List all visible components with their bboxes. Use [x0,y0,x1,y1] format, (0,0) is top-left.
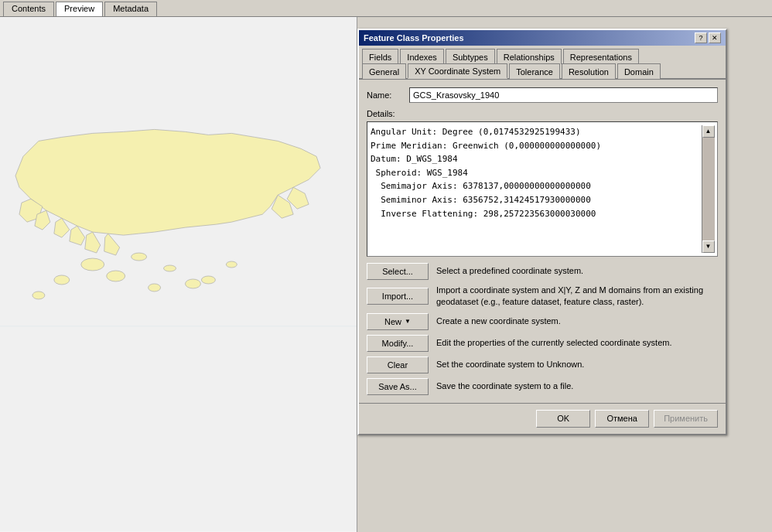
saveas-desc: Save the coordinate system to a file. [436,380,718,392]
tab-indexes[interactable]: Indexes [400,49,444,64]
dialog-tabs-row1: Fields Indexes Subtypes Relationships Re… [362,49,722,63]
action-row-select: Select... Select a predefined coordinate… [367,263,718,280]
dialog-titlebar: Feature Class Properties ? ✕ [359,30,726,46]
dialog-help-button[interactable]: ? [695,32,707,43]
details-text: Angular Unit: Degree (0,0174532925199433… [371,125,702,253]
modify-desc: Edit the properties of the currently sel… [436,337,718,349]
ok-button[interactable]: OK [536,410,590,428]
svg-point-9 [226,261,237,268]
modify-button[interactable]: Modify... [367,335,429,352]
tab-resolution[interactable]: Resolution [562,63,616,79]
dialog-controls: ? ✕ [695,32,721,43]
name-input[interactable] [409,87,718,103]
svg-point-3 [107,271,125,281]
tab-contents[interactable]: Contents [3,2,54,16]
clear-desc: Set the coordinate system to Unknown. [436,359,718,370]
svg-point-7 [132,253,147,261]
tab-tolerance[interactable]: Tolerance [509,63,560,79]
clear-button[interactable]: Clear [367,356,429,373]
cancel-button[interactable]: Отмена [595,410,649,428]
apply-button[interactable]: Применить [654,410,718,428]
tab-fields[interactable]: Fields [362,49,398,64]
details-scrollbar: ▲ ▼ [702,125,714,253]
dialog-close-button[interactable]: ✕ [709,32,721,43]
svg-point-6 [32,292,45,299]
name-row: Name: [367,87,718,103]
dialog-content: Name: Details: Angular Unit: Degree (0,0… [359,80,726,403]
svg-point-2 [54,275,70,285]
import-button[interactable]: Import... [367,288,429,305]
scroll-track [702,138,715,240]
action-row-new: New ▼ Create a new coordinate system. [367,313,718,330]
dialog-tabs: Fields Indexes Subtypes Relationships Re… [359,46,726,80]
import-desc: Import a coordinate system and X|Y, Z an… [436,285,718,309]
details-label: Details: [367,109,718,118]
select-button[interactable]: Select... [367,263,429,280]
select-desc: Select a predefined coordinate system. [436,265,718,277]
svg-rect-0 [0,18,357,532]
tab-relationships[interactable]: Relationships [497,49,562,64]
tab-metadata[interactable]: Metadata [104,2,157,16]
svg-point-1 [81,258,104,271]
tab-subtypes[interactable]: Subtypes [446,49,495,64]
tab-general[interactable]: General [362,63,406,79]
dialog-tabs-row2: General XY Coordinate System Tolerance R… [362,63,722,78]
svg-point-8 [164,265,176,271]
new-button[interactable]: New ▼ [367,313,429,330]
action-row-modify: Modify... Edit the properties of the cur… [367,335,718,352]
new-label: New [384,317,401,326]
top-tabs-bar: Contents Preview Metadata [0,0,772,17]
actions-area: Select... Select a predefined coordinate… [367,263,718,395]
feature-class-properties-dialog: Feature Class Properties ? ✕ Fields Inde… [357,29,727,435]
tab-xy-coordinate-system[interactable]: XY Coordinate System [408,63,507,79]
svg-point-4 [149,284,161,292]
map-area [0,17,357,532]
main-area: Feature Class Properties ? ✕ Fields Inde… [0,17,772,532]
new-desc: Create a new coordinate system. [436,315,718,327]
scroll-up-arrow[interactable]: ▲ [702,125,715,138]
action-row-clear: Clear Set the coordinate system to Unkno… [367,356,718,373]
details-box: Angular Unit: Degree (0,0174532925199433… [367,121,718,257]
action-row-saveas: Save As... Save the coordinate system to… [367,378,718,395]
saveas-button[interactable]: Save As... [367,378,429,395]
tab-representations[interactable]: Representations [563,49,639,64]
tab-preview[interactable]: Preview [56,2,103,16]
map-svg [0,17,357,532]
svg-point-10 [201,276,215,284]
new-arrow-icon: ▼ [405,318,411,325]
dialog-title: Feature Class Properties [364,33,464,43]
tab-domain[interactable]: Domain [617,63,661,79]
action-row-import: Import... Import a coordinate system and… [367,285,718,309]
svg-point-5 [185,279,200,288]
name-label: Name: [367,90,409,100]
dialog-footer: OK Отмена Применить [359,403,726,434]
scroll-down-arrow[interactable]: ▼ [702,240,715,253]
